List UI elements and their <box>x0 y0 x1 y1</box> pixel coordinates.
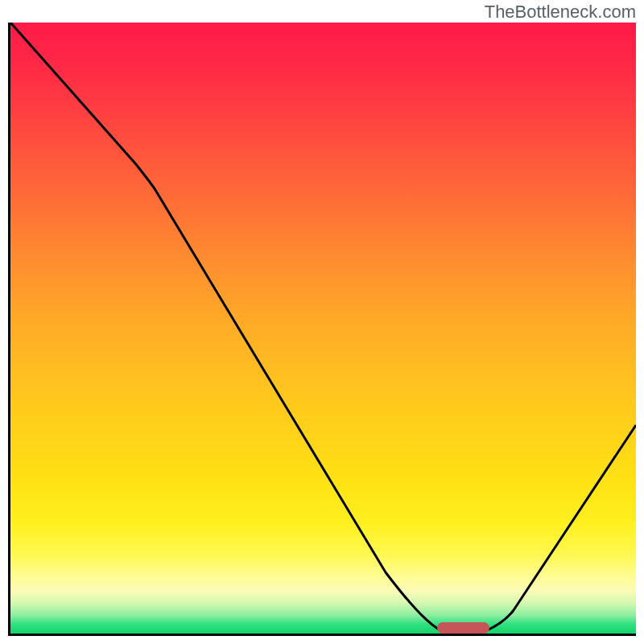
curve-svg <box>10 23 636 634</box>
chart-container: TheBottleneck.com <box>0 0 644 644</box>
bottleneck-curve-path <box>10 23 636 631</box>
optimal-marker <box>437 622 489 634</box>
watermark-text: TheBottleneck.com <box>485 2 636 23</box>
chart-plot-area <box>8 23 636 636</box>
